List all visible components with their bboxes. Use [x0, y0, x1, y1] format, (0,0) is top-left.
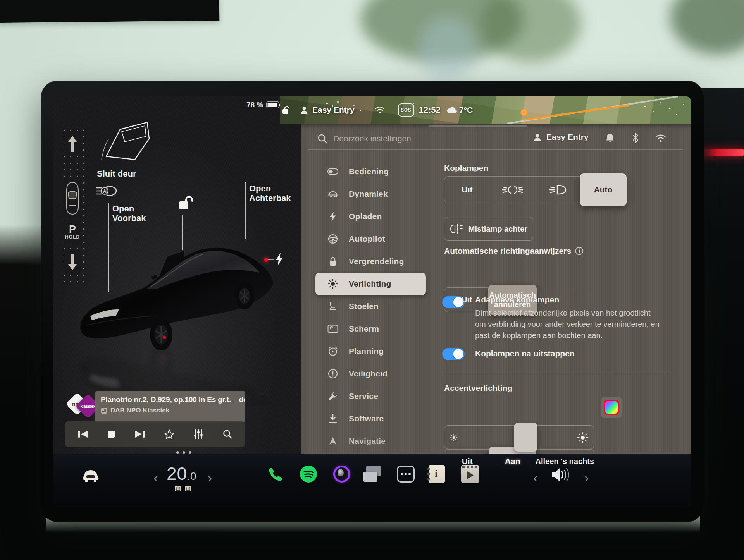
search-input[interactable]: Doorzoek instellingen [333, 134, 411, 143]
sidebar-item-dynamiek[interactable]: Dynamiek [315, 183, 426, 205]
temperature-decimal: .0 [187, 470, 196, 483]
arrow-up-icon [67, 135, 78, 153]
map-strip[interactable]: Easy Entry SOS 12:52 7°C [280, 96, 691, 124]
color-wheel-icon [604, 400, 619, 415]
sidebar-item-planning[interactable]: Planning [315, 340, 426, 362]
binding-dots [427, 467, 430, 481]
download-icon [327, 414, 339, 424]
battery-status: 78 % [246, 101, 281, 109]
bottom-launcher-bar: ‹ 20 .0 › [53, 454, 691, 507]
open-trunk-label[interactable]: Open Achterbak [249, 184, 291, 203]
wifi-icon [375, 106, 385, 114]
more-apps-button[interactable] [397, 466, 415, 483]
headlights-after-exit-toggle[interactable] [442, 348, 465, 360]
temperature-control[interactable]: 20 .0 [167, 463, 196, 484]
sidebar-item-navigatie[interactable]: Navigatie [315, 430, 426, 452]
streaming-app-button[interactable] [333, 466, 350, 483]
car-interior-photo: 78 % P HOLD [0, 0, 744, 560]
light-icon [327, 279, 339, 289]
car-status-view[interactable]: 78 % P HOLD [53, 96, 301, 507]
headlights-option-parking[interactable] [490, 177, 535, 203]
sidebar-item-opladen[interactable]: Opladen [315, 205, 426, 228]
accent-brightness-slider[interactable] [444, 425, 594, 449]
lighting-settings-content: Koplampen Uit Auto [444, 124, 684, 507]
sidebar-item-scherm[interactable]: Scherm [315, 318, 426, 340]
spotify-icon [300, 466, 317, 483]
bolt-icon [327, 211, 339, 222]
unlocked-icon[interactable] [281, 105, 291, 115]
sidebar-item-stoelen[interactable]: Stoelen [315, 295, 426, 318]
volume-down-button[interactable]: ‹ [533, 471, 537, 484]
open-frunk-label[interactable]: Open Voorbak [112, 204, 146, 223]
spotify-app-button[interactable] [300, 466, 317, 483]
shift-up-zone[interactable] [64, 131, 81, 156]
vehicle-topview-icon [63, 179, 82, 218]
temp-decrease-button[interactable]: ‹ [153, 471, 158, 484]
slider-handle[interactable] [514, 423, 537, 452]
close-door-label[interactable]: Sluit deur [97, 169, 136, 179]
owners-manual-button[interactable]: i [429, 465, 445, 483]
battery-icon [266, 101, 281, 108]
sidebar-item-service[interactable]: Service [315, 385, 426, 407]
accent-lights-section-title: Accentverlichting [444, 383, 512, 393]
sidebar-item-software[interactable]: Software [315, 407, 426, 430]
media-search-button[interactable] [222, 429, 232, 439]
temp-increase-button[interactable]: › [208, 471, 212, 484]
vehicle-app-button[interactable] [81, 468, 101, 483]
info-icon[interactable] [575, 247, 584, 255]
steering-wheel-icon [327, 234, 339, 244]
defrost-rear-icon [184, 486, 192, 492]
headlights-option-off[interactable]: Uit [444, 177, 490, 203]
turn-signals-option-auto-cancel[interactable]: Automatisch annuleren [489, 288, 536, 312]
toggle-icon [327, 168, 339, 175]
equalizer-button[interactable] [193, 429, 203, 439]
headlights-after-exit-label: Koplampen na uitstappen [475, 349, 675, 358]
rear-fog-button[interactable]: Mistlamp achter [444, 217, 533, 241]
sidebar-item-verlichting[interactable]: Verlichting [315, 273, 426, 295]
accent-color-picker-button[interactable] [601, 397, 622, 418]
front-window [363, 472, 377, 482]
previous-track-button[interactable] [78, 429, 88, 439]
svg-text:A: A [103, 189, 107, 194]
car-icon [327, 190, 339, 198]
defrost-front-icon [174, 486, 182, 492]
dot [405, 473, 407, 475]
klassiek-logo-text: klassiek [81, 404, 96, 409]
battery-percent-label: 78 % [246, 101, 263, 109]
media-info-card[interactable]: Pianotrio nr.2, D.929, op.100 in Es gr.t… [95, 391, 245, 422]
headlights-option-on[interactable] [535, 177, 580, 203]
volume-up-button[interactable]: › [584, 471, 589, 484]
theater-app-button[interactable] [461, 465, 479, 483]
dot [401, 473, 403, 475]
media-artwork[interactable]: npo klassiek [68, 390, 97, 419]
stop-button[interactable] [107, 430, 115, 438]
touchscreen-display: 78 % P HOLD [53, 96, 691, 507]
headlights-option-auto[interactable]: Auto [580, 177, 626, 203]
settings-sidebar: Bediening Dynamiek Opladen Autopilot [301, 160, 432, 452]
status-temperature-label: 7°C [459, 105, 473, 115]
sidebar-item-vergrendeling[interactable]: Vergrendeling [315, 250, 426, 273]
shelf-edge [0, 0, 219, 23]
sidebar-item-bediening[interactable]: Bediening [315, 160, 426, 183]
car-render[interactable] [75, 224, 294, 406]
seat-defrost-indicators [174, 486, 192, 492]
adaptive-headlights-row: Adaptieve koplampen Dimt selectief afzon… [442, 295, 675, 341]
rear-fog-label: Mistlamp achter [468, 225, 527, 234]
seat-icon [327, 301, 339, 311]
phone-app-button[interactable] [267, 466, 284, 483]
status-profile-label[interactable]: Easy Entry [312, 105, 355, 115]
favorite-star-button[interactable] [164, 429, 175, 440]
next-track-button[interactable] [134, 429, 145, 439]
status-bar: Easy Entry SOS 12:52 7°C [280, 96, 473, 124]
alert-circle-icon [327, 369, 339, 379]
dashboard-left [0, 225, 46, 560]
sos-badge[interactable]: SOS [398, 103, 414, 117]
profile-icon[interactable] [300, 106, 308, 114]
window-stack-button[interactable] [363, 466, 382, 483]
lock-icon [327, 256, 339, 266]
sidebar-item-veiligheid[interactable]: Veiligheid [315, 362, 426, 385]
sidebar-item-autopilot[interactable]: Autopilot [315, 228, 426, 250]
media-controls-bar [65, 421, 245, 447]
wrench-icon [327, 391, 339, 401]
volume-speaker-icon[interactable] [550, 466, 572, 483]
